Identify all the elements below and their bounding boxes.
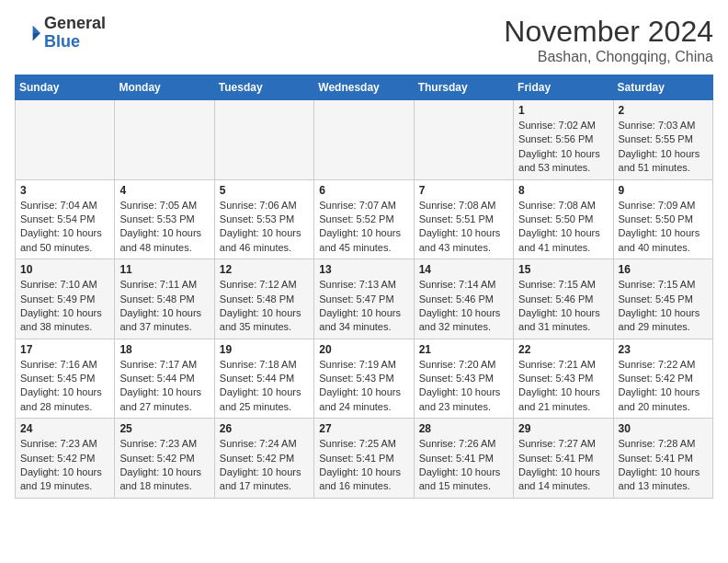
day-info: Sunrise: 7:13 AM Sunset: 5:47 PM Dayligh… <box>319 278 408 335</box>
day-number: 27 <box>319 422 408 435</box>
calendar-cell: 16Sunrise: 7:15 AM Sunset: 5:45 PM Dayli… <box>613 259 712 339</box>
day-info: Sunrise: 7:22 AM Sunset: 5:42 PM Dayligh… <box>619 358 708 415</box>
calendar-cell: 1Sunrise: 7:02 AM Sunset: 5:56 PM Daylig… <box>514 100 613 180</box>
day-number: 17 <box>20 343 109 356</box>
calendar-cell: 18Sunrise: 7:17 AM Sunset: 5:44 PM Dayli… <box>115 339 214 419</box>
day-info: Sunrise: 7:27 AM Sunset: 5:41 PM Dayligh… <box>518 437 608 494</box>
calendar-week-1: 1Sunrise: 7:02 AM Sunset: 5:56 PM Daylig… <box>16 100 713 180</box>
calendar-cell: 2Sunrise: 7:03 AM Sunset: 5:55 PM Daylig… <box>613 100 712 180</box>
day-number: 19 <box>220 343 309 356</box>
calendar-cell: 7Sunrise: 7:08 AM Sunset: 5:51 PM Daylig… <box>414 179 513 259</box>
calendar-cell: 9Sunrise: 7:09 AM Sunset: 5:50 PM Daylig… <box>613 179 712 259</box>
calendar-cell: 27Sunrise: 7:25 AM Sunset: 5:41 PM Dayli… <box>314 419 414 499</box>
calendar-cell: 6Sunrise: 7:07 AM Sunset: 5:52 PM Daylig… <box>314 179 414 259</box>
day-info: Sunrise: 7:08 AM Sunset: 5:51 PM Dayligh… <box>419 199 508 256</box>
calendar-cell: 25Sunrise: 7:23 AM Sunset: 5:42 PM Dayli… <box>115 419 214 499</box>
calendar-cell: 20Sunrise: 7:19 AM Sunset: 5:43 PM Dayli… <box>314 339 414 419</box>
day-info: Sunrise: 7:15 AM Sunset: 5:45 PM Dayligh… <box>619 278 708 335</box>
month-title: November 2024 <box>504 15 713 49</box>
day-info: Sunrise: 7:15 AM Sunset: 5:46 PM Dayligh… <box>518 278 608 335</box>
day-number: 3 <box>20 184 109 197</box>
calendar-cell: 30Sunrise: 7:28 AM Sunset: 5:41 PM Dayli… <box>613 419 712 499</box>
calendar-cell: 4Sunrise: 7:05 AM Sunset: 5:53 PM Daylig… <box>115 179 214 259</box>
day-number: 7 <box>419 184 508 197</box>
logo-text: General Blue <box>44 15 106 52</box>
day-number: 16 <box>619 263 708 276</box>
calendar-cell: 11Sunrise: 7:11 AM Sunset: 5:48 PM Dayli… <box>115 259 214 339</box>
calendar-cell: 15Sunrise: 7:15 AM Sunset: 5:46 PM Dayli… <box>514 259 613 339</box>
day-number: 4 <box>119 184 209 197</box>
day-number: 26 <box>220 422 309 435</box>
day-info: Sunrise: 7:18 AM Sunset: 5:44 PM Dayligh… <box>220 358 309 415</box>
calendar-cell: 26Sunrise: 7:24 AM Sunset: 5:42 PM Dayli… <box>214 419 313 499</box>
calendar-cell <box>314 100 414 180</box>
day-info: Sunrise: 7:24 AM Sunset: 5:42 PM Dayligh… <box>220 437 309 494</box>
calendar-cell: 13Sunrise: 7:13 AM Sunset: 5:47 PM Dayli… <box>314 259 414 339</box>
day-number: 1 <box>518 104 608 117</box>
day-number: 24 <box>20 422 109 435</box>
day-number: 6 <box>319 184 408 197</box>
day-info: Sunrise: 7:20 AM Sunset: 5:43 PM Dayligh… <box>419 358 508 415</box>
calendar-header-row: SundayMondayTuesdayWednesdayThursdayFrid… <box>16 75 713 100</box>
calendar-cell: 21Sunrise: 7:20 AM Sunset: 5:43 PM Dayli… <box>414 339 513 419</box>
location-subtitle: Bashan, Chongqing, China <box>504 49 713 65</box>
calendar-cell: 24Sunrise: 7:23 AM Sunset: 5:42 PM Dayli… <box>16 419 115 499</box>
day-info: Sunrise: 7:11 AM Sunset: 5:48 PM Dayligh… <box>119 278 209 335</box>
calendar-cell: 5Sunrise: 7:06 AM Sunset: 5:53 PM Daylig… <box>214 179 313 259</box>
calendar-cell: 23Sunrise: 7:22 AM Sunset: 5:42 PM Dayli… <box>613 339 712 419</box>
calendar-week-4: 17Sunrise: 7:16 AM Sunset: 5:45 PM Dayli… <box>16 339 713 419</box>
day-number: 8 <box>518 184 608 197</box>
column-header-friday: Friday <box>514 75 613 100</box>
day-info: Sunrise: 7:12 AM Sunset: 5:48 PM Dayligh… <box>220 278 309 335</box>
day-info: Sunrise: 7:19 AM Sunset: 5:43 PM Dayligh… <box>319 358 408 415</box>
day-number: 18 <box>119 343 209 356</box>
day-number: 21 <box>419 343 508 356</box>
calendar-cell: 3Sunrise: 7:04 AM Sunset: 5:54 PM Daylig… <box>16 179 115 259</box>
day-info: Sunrise: 7:07 AM Sunset: 5:52 PM Dayligh… <box>319 199 408 256</box>
calendar-cell <box>214 100 313 180</box>
day-number: 10 <box>20 263 109 276</box>
day-number: 28 <box>419 422 508 435</box>
day-info: Sunrise: 7:25 AM Sunset: 5:41 PM Dayligh… <box>319 437 408 494</box>
day-info: Sunrise: 7:23 AM Sunset: 5:42 PM Dayligh… <box>119 437 209 494</box>
column-header-sunday: Sunday <box>16 75 115 100</box>
day-number: 9 <box>619 184 708 197</box>
day-info: Sunrise: 7:28 AM Sunset: 5:41 PM Dayligh… <box>619 437 708 494</box>
day-info: Sunrise: 7:03 AM Sunset: 5:55 PM Dayligh… <box>619 119 708 176</box>
calendar-cell <box>414 100 513 180</box>
day-number: 25 <box>119 422 209 435</box>
day-info: Sunrise: 7:17 AM Sunset: 5:44 PM Dayligh… <box>119 358 209 415</box>
day-number: 30 <box>619 422 708 435</box>
calendar-week-2: 3Sunrise: 7:04 AM Sunset: 5:54 PM Daylig… <box>16 179 713 259</box>
title-block: November 2024 Bashan, Chongqing, China <box>504 15 713 65</box>
calendar-cell <box>115 100 214 180</box>
calendar-table: SundayMondayTuesdayWednesdayThursdayFrid… <box>15 75 713 499</box>
svg-marker-1 <box>33 33 40 40</box>
day-number: 22 <box>518 343 608 356</box>
day-number: 12 <box>220 263 309 276</box>
day-info: Sunrise: 7:26 AM Sunset: 5:41 PM Dayligh… <box>419 437 508 494</box>
calendar-cell: 22Sunrise: 7:21 AM Sunset: 5:43 PM Dayli… <box>514 339 613 419</box>
column-header-wednesday: Wednesday <box>314 75 414 100</box>
calendar-cell: 29Sunrise: 7:27 AM Sunset: 5:41 PM Dayli… <box>514 419 613 499</box>
calendar-cell: 14Sunrise: 7:14 AM Sunset: 5:46 PM Dayli… <box>414 259 513 339</box>
day-number: 29 <box>518 422 608 435</box>
day-info: Sunrise: 7:16 AM Sunset: 5:45 PM Dayligh… <box>20 358 109 415</box>
day-info: Sunrise: 7:08 AM Sunset: 5:50 PM Dayligh… <box>518 199 608 256</box>
calendar-week-5: 24Sunrise: 7:23 AM Sunset: 5:42 PM Dayli… <box>16 419 713 499</box>
calendar-cell: 12Sunrise: 7:12 AM Sunset: 5:48 PM Dayli… <box>214 259 313 339</box>
logo-icon <box>15 20 40 46</box>
day-info: Sunrise: 7:10 AM Sunset: 5:49 PM Dayligh… <box>20 278 109 335</box>
column-header-thursday: Thursday <box>414 75 513 100</box>
day-number: 15 <box>518 263 608 276</box>
day-info: Sunrise: 7:09 AM Sunset: 5:50 PM Dayligh… <box>619 199 708 256</box>
column-header-monday: Monday <box>115 75 214 100</box>
page-header: General Blue November 2024 Bashan, Chong… <box>15 15 713 65</box>
day-info: Sunrise: 7:02 AM Sunset: 5:56 PM Dayligh… <box>518 119 608 176</box>
day-info: Sunrise: 7:04 AM Sunset: 5:54 PM Dayligh… <box>20 199 109 256</box>
day-number: 11 <box>119 263 209 276</box>
calendar-cell: 8Sunrise: 7:08 AM Sunset: 5:50 PM Daylig… <box>514 179 613 259</box>
calendar-cell: 10Sunrise: 7:10 AM Sunset: 5:49 PM Dayli… <box>16 259 115 339</box>
calendar-cell: 19Sunrise: 7:18 AM Sunset: 5:44 PM Dayli… <box>214 339 313 419</box>
day-number: 5 <box>220 184 309 197</box>
